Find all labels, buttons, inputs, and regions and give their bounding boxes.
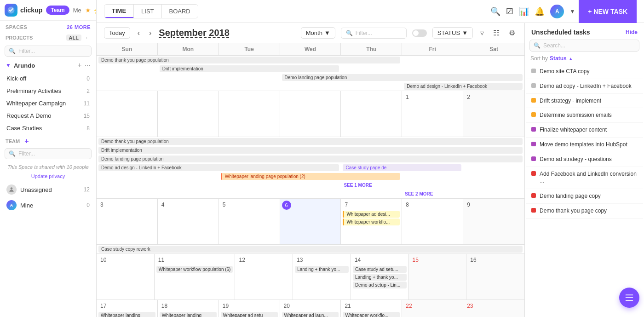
project-preliminary[interactable]: Preliminary Activities 2 bbox=[0, 85, 96, 97]
unscheduled-search[interactable]: 🔍 bbox=[529, 40, 639, 52]
ust-item-5[interactable]: Finalize whitepaper content bbox=[526, 123, 643, 138]
project-case-studies[interactable]: Case Studies 8 bbox=[0, 122, 96, 134]
filter-funnel-button[interactable]: ▿ bbox=[478, 27, 486, 39]
mine-label: Mine bbox=[20, 202, 33, 209]
me-label[interactable]: Me bbox=[73, 7, 81, 14]
day-num-11: 11 bbox=[156, 256, 233, 264]
arundo-add-icon[interactable]: + bbox=[77, 61, 81, 69]
ust-item-4[interactable]: Determine submission emails bbox=[526, 108, 643, 123]
status-button[interactable]: STATUS ▼ bbox=[432, 27, 473, 39]
week2-span-drift[interactable]: Drift implementation bbox=[98, 147, 523, 154]
task-wp-ad[interactable]: Whitepaper ad desi... bbox=[343, 211, 400, 218]
arundo-chevron-icon: ▼ bbox=[6, 62, 11, 69]
arundo-name: Arundo bbox=[14, 62, 35, 69]
bell-icon[interactable]: 🔔 bbox=[535, 6, 545, 17]
task-wp-wf21[interactable]: Whitepaper workflo... bbox=[343, 312, 400, 317]
cube-icon[interactable]: ⚂ bbox=[506, 6, 513, 17]
task-land-ty14[interactable]: Landing + thank yo... bbox=[353, 274, 407, 281]
week2-see-more-1[interactable]: SEE 1 MORE bbox=[342, 182, 462, 189]
ust-item-8[interactable]: Add Facebook and LinkedIn conversion ... bbox=[526, 167, 643, 190]
ust-item-10[interactable]: Demo thank you page copy bbox=[526, 204, 643, 219]
span-chip-drift[interactable]: Drift implementation bbox=[160, 65, 339, 72]
arundo-row[interactable]: ▼ Arundo + ··· bbox=[0, 58, 96, 72]
task-wp-ad-laun20[interactable]: Whitepaper ad laun... bbox=[282, 312, 339, 317]
day-aug26 bbox=[97, 91, 158, 137]
week2-span-land[interactable]: Demo landing page population bbox=[98, 156, 523, 162]
sidebar-filter-input[interactable] bbox=[18, 48, 87, 54]
sort-value[interactable]: Status bbox=[550, 55, 567, 62]
fab-button[interactable] bbox=[619, 288, 639, 308]
calendar-filter-input[interactable] bbox=[356, 30, 402, 36]
task-wp-ad-set19[interactable]: Whitepaper ad setu bbox=[221, 312, 278, 317]
update-privacy-link[interactable]: Update privacy bbox=[0, 173, 96, 182]
span-chip-demo-land[interactable]: Demo landing page population bbox=[282, 74, 523, 81]
day-aug28 bbox=[219, 91, 280, 137]
ust-item-7[interactable]: Demo ad strategy - questions bbox=[526, 152, 643, 167]
prev-month-button[interactable]: ‹ bbox=[136, 27, 142, 39]
span-demo-thank-you: Demo thank you page population bbox=[97, 56, 402, 64]
ust-item-6[interactable]: Move demo templates into HubSpot bbox=[526, 138, 643, 152]
day-num-aug29 bbox=[282, 93, 339, 95]
calendar-filter[interactable]: 🔍 bbox=[341, 28, 407, 39]
settings-button[interactable]: ⚙ bbox=[507, 27, 517, 39]
arundo-more-icon[interactable]: ··· bbox=[85, 61, 91, 69]
team-search-icon: 🔍 bbox=[9, 150, 16, 157]
hide-link[interactable]: Hide bbox=[626, 29, 638, 35]
task-wp-wf6[interactable]: Whitepaper workflow population (6) bbox=[156, 266, 233, 273]
team-add-icon[interactable]: + bbox=[24, 137, 29, 145]
chart-icon[interactable]: 📊 bbox=[519, 6, 529, 17]
next-month-button[interactable]: › bbox=[147, 27, 153, 39]
month-selector[interactable]: Month ▼ bbox=[301, 27, 335, 39]
team-filter[interactable]: 🔍 bbox=[5, 148, 92, 159]
task-wp-land17[interactable]: Whitepaper landing bbox=[98, 312, 155, 317]
day-num-5: 5 bbox=[221, 201, 278, 209]
unscheduled-search-input[interactable] bbox=[543, 42, 635, 49]
ust-item-2[interactable]: Demo ad copy - LinkedIn + Facebook bbox=[526, 79, 643, 94]
toggle-track[interactable] bbox=[412, 29, 427, 37]
list-nav-btn[interactable]: LIST bbox=[134, 5, 161, 18]
header-chevron-icon[interactable]: ▼ bbox=[569, 8, 575, 15]
ust-dot-2 bbox=[531, 83, 536, 88]
week3-span-copy[interactable]: Case study copy rework bbox=[98, 246, 523, 253]
span-chip-demo-ty[interactable]: Demo thank you page population bbox=[98, 57, 400, 63]
user-avatar-header[interactable]: A bbox=[550, 5, 564, 18]
ust-item-1[interactable]: Demo site CTA copy bbox=[526, 64, 643, 79]
task-demo-ad-set[interactable]: Demo ad setup - Lin... bbox=[353, 282, 407, 288]
ust-item-9[interactable]: Demo landing page copy bbox=[526, 189, 643, 204]
week2-span-case[interactable]: Case study page de bbox=[343, 164, 461, 171]
today-button[interactable]: Today bbox=[104, 27, 130, 39]
week2-span-wp-land[interactable]: Whitepaper landing page population (2) bbox=[221, 173, 401, 180]
task-wp-wf[interactable]: Whitepaper workflo... bbox=[343, 219, 400, 225]
unassigned-row[interactable]: Unassigned 12 bbox=[0, 182, 96, 197]
day-header-mon: Mon bbox=[158, 43, 219, 56]
team-badge[interactable]: Team bbox=[46, 6, 69, 15]
day-num-3: 3 bbox=[98, 201, 155, 209]
week2-see-more-2[interactable]: SEE 2 MORE bbox=[403, 190, 462, 197]
task-land-ty13[interactable]: Landing + thank yo... bbox=[295, 266, 349, 273]
time-nav-btn[interactable]: TIME bbox=[104, 5, 133, 18]
task-case-ad[interactable]: Case study ad setu... bbox=[353, 266, 407, 273]
board-nav-btn[interactable]: BOARD bbox=[162, 5, 198, 18]
day-aug30 bbox=[341, 91, 402, 137]
project-kickoff[interactable]: Kick-off 0 bbox=[0, 72, 96, 85]
day-num-14: 14 bbox=[353, 256, 407, 264]
spaces-more-link[interactable]: 26 more bbox=[67, 24, 91, 30]
task-wp-land18[interactable]: Whitepaper landing bbox=[160, 312, 217, 317]
team-filter-input[interactable] bbox=[18, 150, 87, 157]
projects-all-btn[interactable]: All bbox=[66, 35, 81, 41]
grid-view-button[interactable]: ☷ bbox=[491, 27, 501, 39]
search-icon[interactable]: 🔍 bbox=[490, 6, 500, 17]
week2-span-ty[interactable]: Demo thank you page population bbox=[98, 138, 523, 145]
day-num-10: 10 bbox=[98, 256, 152, 264]
mine-row[interactable]: A Mine 0 bbox=[0, 197, 96, 213]
week2-span-ad[interactable]: Demo ad design - LinkedIn + Facebook bbox=[98, 164, 339, 171]
sidebar-filter[interactable]: 🔍 bbox=[5, 46, 92, 57]
ust-label-9: Demo landing page copy bbox=[540, 192, 601, 200]
new-task-button[interactable]: + NEW TASK bbox=[579, 0, 637, 23]
span-chip-demo-ad[interactable]: Demo ad design - LinkedIn + Facebook bbox=[404, 83, 523, 90]
project-whitepaper[interactable]: Whitepaper Campaign 11 bbox=[0, 97, 96, 110]
ust-item-3[interactable]: Drift strategy - implement bbox=[526, 94, 643, 109]
collapse-icon[interactable]: ← bbox=[85, 35, 91, 41]
project-request-demo[interactable]: Request A Demo 15 bbox=[0, 110, 96, 122]
cal-toolbar: Today ‹ › September 2018 Month ▼ 🔍 bbox=[97, 23, 524, 43]
